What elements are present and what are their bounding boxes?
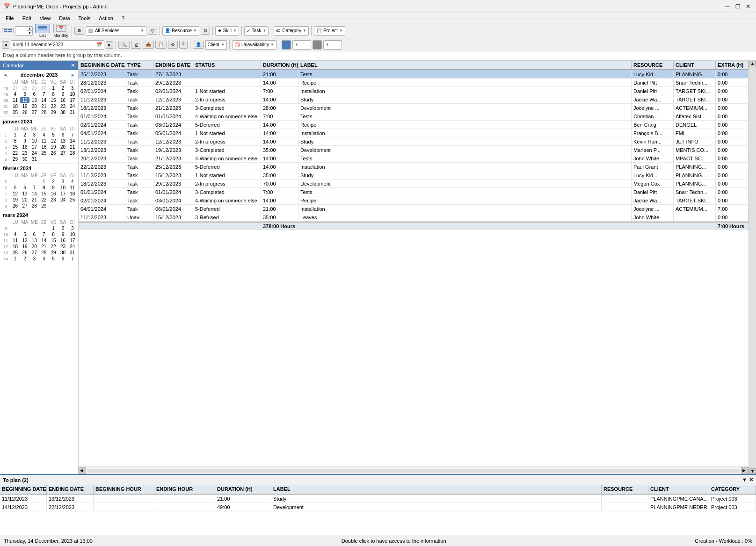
cal-day[interactable]: 23 bbox=[20, 150, 29, 156]
cal-day[interactable]: 29 bbox=[39, 203, 49, 209]
cal-day[interactable]: 22 bbox=[39, 197, 49, 203]
cal-day[interactable]: 23 bbox=[58, 244, 67, 250]
bcol-resource[interactable]: RESOURCE bbox=[602, 485, 648, 494]
export-btn[interactable]: 📤 bbox=[143, 41, 154, 49]
cal-day[interactable]: 3 bbox=[29, 132, 39, 138]
cal-day[interactable]: 27 bbox=[58, 150, 67, 156]
cal-day[interactable]: 27 bbox=[29, 109, 39, 115]
table-row[interactable]: 22/12/2023Task25/12/20235-Deferred14:00I… bbox=[79, 163, 749, 171]
cal-day[interactable]: 26 bbox=[20, 109, 29, 115]
cal-day[interactable]: 13 bbox=[20, 191, 29, 197]
cal-day[interactable]: 28 bbox=[39, 109, 49, 115]
cal-day[interactable]: 6 bbox=[58, 132, 67, 138]
cal-day[interactable]: 11 bbox=[10, 237, 20, 244]
table-row[interactable]: 02/01/2024Task03/01/20244-Waiting on som… bbox=[79, 196, 749, 205]
category-dropdown[interactable]: 🏷 Category ▼ bbox=[274, 26, 309, 36]
resource-dropdown[interactable]: 👤 Resource ▼ bbox=[162, 26, 199, 36]
cal-day[interactable]: 2 bbox=[58, 225, 67, 231]
cal-day[interactable]: 17 bbox=[68, 237, 77, 244]
view-num-down[interactable]: ▼ bbox=[27, 31, 32, 35]
menu-help[interactable]: ? bbox=[118, 14, 128, 22]
nav-prev-btn[interactable]: ◄ bbox=[2, 41, 9, 49]
cal-day[interactable]: 31 bbox=[68, 109, 77, 115]
unavailability-dropdown[interactable]: 🚫 Unavailability ▼ bbox=[232, 40, 276, 50]
cal-day[interactable]: 16 bbox=[58, 97, 67, 103]
color-select2[interactable]: ▼ bbox=[323, 40, 342, 50]
cal-day[interactable]: 19 bbox=[10, 197, 20, 203]
view-toggle-btn[interactable] bbox=[2, 28, 14, 33]
table-row[interactable]: 11/12/2023Task12/12/20232-In progress14:… bbox=[79, 137, 749, 146]
cal-day[interactable]: 4 bbox=[68, 179, 77, 185]
cal-day[interactable]: 26 bbox=[49, 150, 58, 156]
maximize-button[interactable]: ❐ bbox=[734, 2, 742, 11]
cal-day[interactable]: 9 bbox=[58, 91, 67, 97]
project-dropdown[interactable]: 📋 Project ▼ bbox=[314, 26, 345, 36]
cal-day[interactable]: 14 bbox=[39, 97, 49, 103]
cal-day[interactable]: 28 bbox=[29, 203, 39, 209]
table-row[interactable]: 18/12/2023Task21/12/20233-Completed28:00… bbox=[79, 104, 749, 112]
cal-day[interactable]: 30 bbox=[58, 109, 67, 115]
cal-day[interactable]: 3 bbox=[68, 225, 77, 231]
col-status[interactable]: STATUS bbox=[193, 61, 261, 69]
table-row[interactable]: 13/12/2023Task19/12/20233-Completed35:00… bbox=[79, 146, 749, 154]
cal-prev-btn[interactable]: ◄ bbox=[3, 72, 7, 78]
cal-day[interactable]: 8 bbox=[49, 231, 58, 237]
bottom-collapse-btn[interactable]: ▼ bbox=[742, 477, 747, 483]
cal-day[interactable]: 17 bbox=[68, 97, 77, 103]
cal-day[interactable]: 22 bbox=[10, 150, 20, 156]
cal-day[interactable]: 6 bbox=[29, 91, 39, 97]
cal-day[interactable]: 29 bbox=[49, 109, 58, 115]
search-btn[interactable]: 🔍 bbox=[118, 41, 130, 49]
cal-day[interactable]: 26 bbox=[20, 250, 29, 256]
cal-day[interactable]: 9 bbox=[20, 138, 29, 144]
col-type[interactable]: TYPE bbox=[125, 61, 153, 69]
cal-day[interactable]: 19 bbox=[49, 144, 58, 150]
col-resource[interactable]: RESOURCE bbox=[632, 61, 674, 69]
bcol-category[interactable]: CATEGORY bbox=[709, 485, 756, 494]
cal-day[interactable]: 12 bbox=[20, 237, 29, 244]
filter-toggle-btn[interactable]: ▽ bbox=[148, 27, 157, 35]
table-row[interactable]: 02/01/2024Task03/01/20245-Deferred14:00R… bbox=[79, 121, 749, 129]
cal-day[interactable]: 21 bbox=[39, 103, 49, 109]
cal-day[interactable]: 2 bbox=[49, 179, 58, 185]
menu-tools[interactable]: Tools bbox=[75, 14, 94, 22]
cal-day[interactable]: 12 bbox=[20, 97, 29, 103]
cal-day[interactable]: 13 bbox=[29, 237, 39, 244]
cal-day[interactable]: 25 bbox=[10, 250, 20, 256]
cal-day[interactable]: 4 bbox=[10, 231, 20, 237]
cal-day[interactable]: 1 bbox=[10, 256, 20, 262]
table-row[interactable]: 11/12/2023Task15/12/20231-Not started35:… bbox=[79, 171, 749, 180]
cal-day[interactable]: 5 bbox=[10, 185, 20, 191]
list-item[interactable]: 11/12/202313/12/202321:00StudyPLANNINGPM… bbox=[0, 495, 756, 503]
cal-day[interactable]: 31 bbox=[68, 250, 77, 256]
cal-day[interactable]: 30 bbox=[58, 250, 67, 256]
cal-day[interactable]: 14 bbox=[39, 237, 49, 244]
cal-day[interactable]: 11 bbox=[10, 97, 20, 103]
cal-day[interactable]: 10 bbox=[68, 91, 77, 97]
cal-day[interactable]: 21 bbox=[39, 244, 49, 250]
cal-day[interactable]: 23 bbox=[49, 197, 58, 203]
cal-day[interactable]: 25 bbox=[68, 197, 77, 203]
cal-day[interactable]: 27 bbox=[10, 85, 20, 91]
close-button[interactable]: ✕ bbox=[744, 2, 752, 11]
col-label[interactable]: LABEL bbox=[298, 61, 632, 69]
calendar-close-btn[interactable]: ✕ bbox=[71, 62, 75, 69]
cal-day[interactable]: 27 bbox=[20, 203, 29, 209]
cal-day[interactable]: 16 bbox=[58, 237, 67, 244]
cal-day[interactable]: 25 bbox=[10, 109, 20, 115]
horizontal-scrollbar[interactable]: ◄ ► bbox=[79, 467, 749, 474]
cal-day[interactable]: 24 bbox=[58, 197, 67, 203]
cal-day[interactable]: 9 bbox=[58, 231, 67, 237]
cal-day[interactable]: 3 bbox=[58, 179, 67, 185]
cal-day[interactable]: 12 bbox=[10, 191, 20, 197]
cal-day[interactable]: 28 bbox=[20, 85, 29, 91]
table-row[interactable]: 02/01/2024Task02/01/20241-Not started7:0… bbox=[79, 87, 749, 95]
cal-day[interactable]: 15 bbox=[39, 191, 49, 197]
refresh-btn[interactable]: ↻ bbox=[201, 27, 210, 35]
cal-day[interactable]: 30 bbox=[39, 85, 49, 91]
cal-day[interactable]: 28 bbox=[68, 150, 77, 156]
cal-day[interactable]: 8 bbox=[39, 185, 49, 191]
cal-day[interactable]: 1 bbox=[49, 225, 58, 231]
cal-day[interactable]: 22 bbox=[49, 103, 58, 109]
table-row[interactable]: 18/12/2023Task29/12/20232-In progress70:… bbox=[79, 180, 749, 188]
